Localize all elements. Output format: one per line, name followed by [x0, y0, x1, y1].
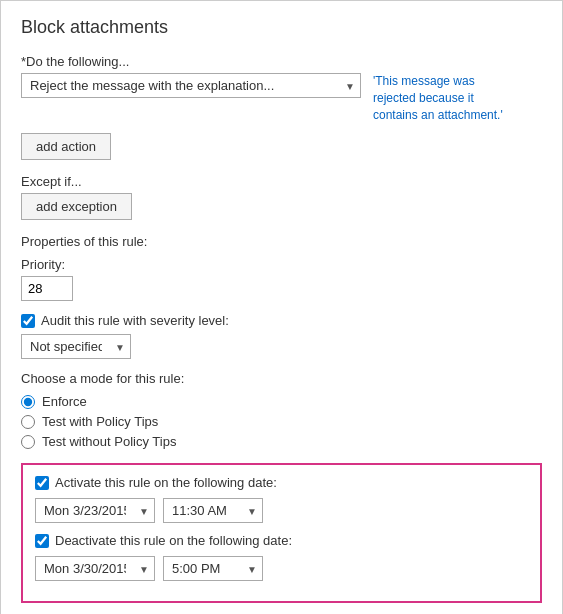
deactivate-time-select-wrapper: 5:00 PM ▼	[163, 556, 263, 581]
radio-enforce-label: Enforce	[42, 394, 87, 409]
do-following-label: *Do the following...	[21, 54, 542, 69]
radio-no-policy-tips-label: Test without Policy Tips	[42, 434, 176, 449]
add-exception-container: add exception	[21, 193, 542, 220]
activate-time-select-wrapper: 11:30 AM ▼	[163, 498, 263, 523]
rejection-message-link[interactable]: 'This message was rejected because it co…	[373, 73, 513, 123]
properties-title: Properties of this rule:	[21, 234, 542, 249]
activate-row: Activate this rule on the following date…	[35, 475, 528, 490]
deactivate-time-select[interactable]: 5:00 PM	[163, 556, 263, 581]
radio-no-policy-tips: Test without Policy Tips	[21, 434, 542, 449]
radio-policy-tips-input[interactable]	[21, 415, 35, 429]
radio-policy-tips-label: Test with Policy Tips	[42, 414, 158, 429]
activate-date-time-row: Mon 3/23/2015 ▼ 11:30 AM ▼	[35, 498, 528, 523]
do-following-select-wrapper: Reject the message with the explanation.…	[21, 73, 361, 98]
except-if-label: Except if...	[21, 174, 542, 189]
add-exception-button[interactable]: add exception	[21, 193, 132, 220]
radio-enforce: Enforce	[21, 394, 542, 409]
audit-checkbox[interactable]	[21, 314, 35, 328]
add-action-container: add action	[21, 133, 542, 160]
activate-date-select[interactable]: Mon 3/23/2015	[35, 498, 155, 523]
deactivate-row: Deactivate this rule on the following da…	[35, 533, 528, 548]
deactivate-date-time-row: Mon 3/30/2015 ▼ 5:00 PM ▼	[35, 556, 528, 581]
audit-row: Audit this rule with severity level:	[21, 313, 542, 328]
priority-label: Priority:	[21, 257, 542, 272]
radio-no-policy-tips-input[interactable]	[21, 435, 35, 449]
activate-date-select-wrapper: Mon 3/23/2015 ▼	[35, 498, 155, 523]
deactivate-checkbox[interactable]	[35, 534, 49, 548]
activate-checkbox[interactable]	[35, 476, 49, 490]
not-specified-select[interactable]: Not specified Low Medium High	[21, 334, 131, 359]
activate-time-select[interactable]: 11:30 AM	[163, 498, 263, 523]
activate-deactivate-box: Activate this rule on the following date…	[21, 463, 542, 603]
not-specified-select-wrapper: Not specified Low Medium High ▼	[21, 334, 131, 359]
radio-enforce-input[interactable]	[21, 395, 35, 409]
deactivate-label: Deactivate this rule on the following da…	[55, 533, 292, 548]
audit-label: Audit this rule with severity level:	[41, 313, 229, 328]
deactivate-date-select-wrapper: Mon 3/30/2015 ▼	[35, 556, 155, 581]
do-following-row: Reject the message with the explanation.…	[21, 73, 542, 123]
priority-input[interactable]	[21, 276, 73, 301]
activate-label: Activate this rule on the following date…	[55, 475, 277, 490]
radio-policy-tips: Test with Policy Tips	[21, 414, 542, 429]
page-container: Block attachments *Do the following... R…	[0, 0, 563, 614]
do-following-select[interactable]: Reject the message with the explanation.…	[21, 73, 361, 98]
add-action-button[interactable]: add action	[21, 133, 111, 160]
page-title: Block attachments	[21, 17, 542, 38]
radio-group: Enforce Test with Policy Tips Test witho…	[21, 394, 542, 449]
mode-title: Choose a mode for this rule:	[21, 371, 542, 386]
not-specified-row: Not specified Low Medium High ▼	[21, 334, 542, 359]
deactivate-date-select[interactable]: Mon 3/30/2015	[35, 556, 155, 581]
